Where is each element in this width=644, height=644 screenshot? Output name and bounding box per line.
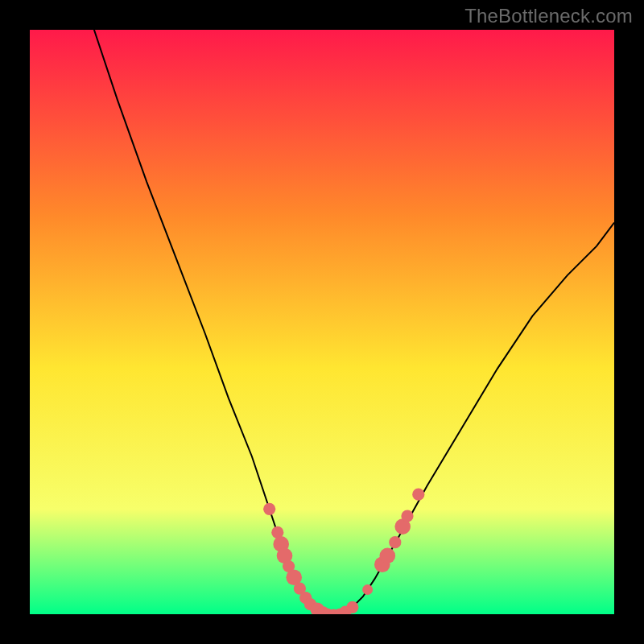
chart-stage: TheBottleneck.com — [0, 0, 644, 644]
marker-dot — [346, 601, 358, 613]
plot-background — [30, 30, 614, 614]
marker-dot — [362, 584, 373, 595]
marker-dot — [401, 510, 413, 522]
marker-dot — [380, 548, 396, 564]
marker-dot — [263, 503, 275, 515]
marker-dot — [412, 489, 424, 501]
watermark-text: TheBottleneck.com — [464, 5, 633, 27]
marker-dot — [389, 536, 401, 548]
bottleneck-chart — [0, 0, 644, 644]
